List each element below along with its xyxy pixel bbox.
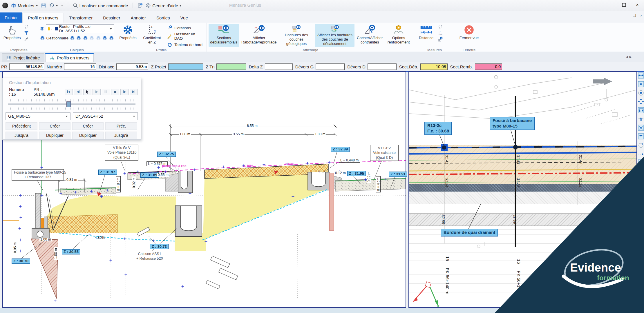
profil-proprietes-button[interactable]: Propriétés (118, 24, 138, 47)
lasso-icon[interactable] (23, 24, 29, 30)
jusqua-g-button[interactable]: Jusqu'à (6, 132, 37, 139)
tab-dessiner[interactable]: Dessiner (98, 13, 125, 23)
snap-node-button[interactable] (638, 125, 644, 131)
help-ring-icon (146, 3, 151, 8)
z-tn-swatch[interactable] (216, 63, 246, 70)
devers-g-input[interactable] (316, 63, 345, 70)
measure-slope-icon[interactable] (437, 30, 443, 36)
play-button[interactable] (93, 89, 101, 95)
fermer-vue-button[interactable]: Fermer vue (457, 24, 481, 47)
numero-input[interactable] (64, 63, 96, 70)
save-icon[interactable] (41, 3, 46, 8)
dupliquer-d-button[interactable]: Dupliquer (72, 132, 104, 139)
contraintes-button[interactable]: Cacher/Afficher contraintes (356, 24, 384, 47)
layer-tool-5-icon (96, 35, 101, 41)
creer-d-button[interactable]: Créer (72, 122, 104, 130)
layer-selector[interactable]: ⌐ Route - Profils ...e - Dr_ASS1+H52 (46, 24, 114, 33)
layer-tool-2-icon[interactable] (76, 35, 81, 41)
measure-zoom-icon[interactable] (437, 24, 443, 30)
dessiner-dao-button[interactable]: Dessiner en DAO (166, 32, 205, 41)
dupliquer-g-button[interactable]: Dupliquer (39, 132, 70, 139)
next-profile-button[interactable] (120, 89, 129, 95)
snap-nearest-button[interactable] (638, 116, 644, 122)
filter-icon[interactable] (23, 30, 29, 36)
tab-transformer[interactable]: Transformer (64, 13, 98, 23)
dim-092-left: 0.92 m (132, 176, 136, 189)
tab-sorties[interactable]: Sorties (151, 13, 175, 23)
sections-deblais-remblais-button[interactable]: Sections déblais/remblais (209, 24, 239, 47)
hachures-geologiques-button[interactable]: Hachures des couches géologiques (279, 24, 314, 47)
restore-button[interactable] (617, 0, 631, 10)
layer-tool-7-icon[interactable] (109, 35, 114, 41)
layer-tool-3-icon[interactable] (83, 35, 88, 41)
minimize-button[interactable] (604, 0, 617, 10)
group-mesures: Distance Mesures (414, 23, 455, 53)
command-search[interactable]: Localiser une commande (73, 3, 128, 8)
tab-scroll-arrows[interactable]: ◀▶ (626, 55, 633, 59)
layer-filter-icon[interactable] (40, 26, 45, 31)
slider-handle[interactable] (66, 101, 71, 107)
tab-fichier[interactable]: Fichier (0, 12, 22, 23)
measure-area-icon[interactable] (437, 37, 443, 42)
layers-icon (40, 35, 45, 41)
whats-new-icon[interactable] (138, 3, 143, 8)
gabarit-combo[interactable]: Ga_M80-15 (6, 112, 70, 120)
distance-button[interactable]: Distance (416, 24, 436, 47)
dist-axe-input[interactable] (116, 63, 148, 70)
first-profile-button[interactable] (65, 89, 73, 95)
options-renforcement-button[interactable]: Options renforcement (385, 24, 412, 47)
last-profile-button[interactable] (130, 89, 138, 95)
snap-center-button[interactable] (638, 90, 644, 96)
pr-input[interactable] (9, 63, 44, 70)
tab-profils-en-travers[interactable]: Profils en travers (45, 53, 94, 62)
prec-button[interactable]: Préc. (105, 122, 137, 130)
snap-endpoint-button[interactable] (638, 72, 644, 79)
devers-d-input[interactable] (368, 63, 397, 70)
stop-button[interactable] (111, 89, 119, 95)
close-button[interactable]: × (631, 0, 644, 10)
proprietes-button[interactable]: Propriétés (2, 24, 22, 47)
doc-minimize-button[interactable]: – (627, 13, 629, 18)
pick-profile-button[interactable] (83, 89, 91, 95)
slider-ticks-bottom (8, 108, 135, 110)
cotations-button[interactable]: Cotations (166, 25, 205, 31)
snap-perpendicular-button[interactable] (638, 151, 644, 157)
delta-z-input[interactable] (265, 63, 293, 70)
jusqua-d-button[interactable]: Jusqu'à (105, 132, 137, 139)
profil-type-combo[interactable]: Dr_ASS1+H52 (73, 112, 138, 120)
coefficient-z-button[interactable]: Coefficient en Z (139, 24, 165, 47)
layer-tool-1-icon[interactable] (70, 35, 75, 41)
snap-intersection-button[interactable] (638, 107, 644, 113)
precedent-button[interactable]: Précédent (6, 122, 37, 130)
tab-profil-en-travers[interactable]: Profil en travers (22, 13, 64, 23)
doc-close-button[interactable]: × (640, 13, 642, 18)
snap-insert-button[interactable] (638, 133, 644, 139)
profile-slider[interactable] (8, 103, 135, 105)
modules-menu[interactable]: Modules (11, 3, 38, 8)
snap-midpoint-button[interactable] (638, 81, 644, 87)
tab-annoter[interactable]: Annoter (125, 13, 151, 23)
plan-viewport[interactable]: 31.41 31.44 31.47 31.24 31.26 31.29 32.8… (408, 71, 637, 308)
doc-restore-button[interactable]: ❒ (633, 13, 636, 18)
prev-profile-button[interactable] (74, 89, 82, 95)
z-projet-swatch[interactable] (168, 63, 203, 70)
eyedropper-icon[interactable] (23, 37, 29, 42)
snap-quadrant-button[interactable] (638, 99, 644, 105)
gestionnaire-button[interactable]: Gestionnaire (46, 36, 68, 40)
z-label: Z : 32.75 (157, 152, 176, 157)
help-center[interactable]: Centre d'aide▾ (146, 3, 181, 8)
snap-toolbar (638, 72, 644, 165)
layer-tool-6-icon[interactable] (102, 35, 107, 41)
snap-grid-button[interactable] (638, 159, 644, 165)
caisson-label: Caisson ASS1+ Rehausse 520 (134, 251, 165, 262)
creer-g-button[interactable]: Créer (39, 122, 70, 130)
tab-vue[interactable]: Vue (175, 13, 193, 23)
snap-tangent-button[interactable] (638, 142, 644, 148)
sect-remblai-input[interactable] (475, 63, 502, 70)
tab-projet-lineaire[interactable]: Projet linéaire (2, 53, 44, 62)
tableau-bord-button[interactable]: Tableau de bord (166, 42, 205, 48)
sect-deblai-input[interactable] (420, 63, 448, 70)
rabotage-button[interactable]: Afficher Rabotage/reprofilage (240, 24, 278, 47)
undo-button[interactable] (49, 3, 58, 8)
hachures-decaissement-button[interactable]: Afficher les hachures des couches de déc… (315, 24, 354, 47)
